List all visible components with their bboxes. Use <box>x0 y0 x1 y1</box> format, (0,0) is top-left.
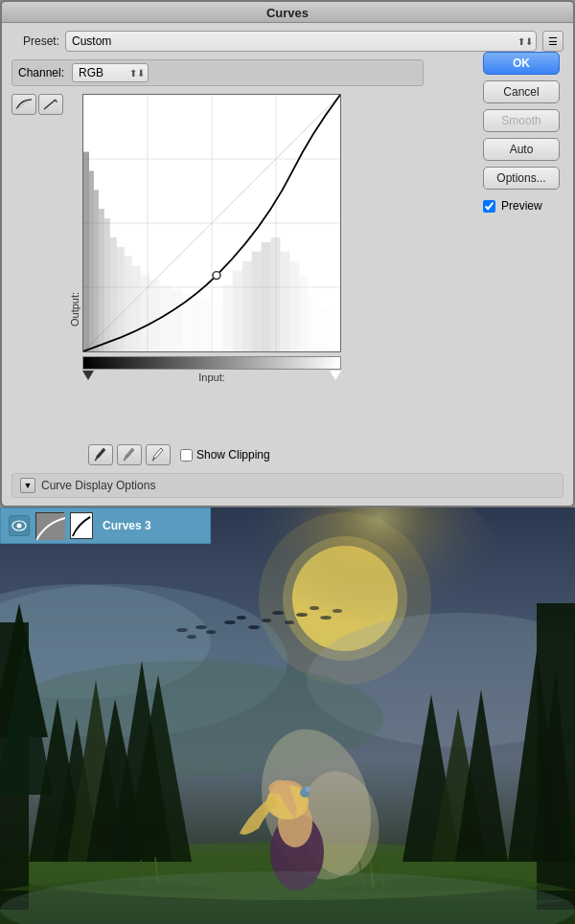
svg-rect-36 <box>299 276 309 351</box>
svg-rect-33 <box>271 237 281 351</box>
black-eyedropper-button[interactable] <box>88 444 113 465</box>
black-point-slider[interactable] <box>82 371 94 380</box>
eyedropper-tools-row: Show Clipping <box>88 444 564 465</box>
dialog-body: OK Cancel Smooth Auto Options... Preview… <box>2 23 573 506</box>
svg-rect-14 <box>94 190 99 351</box>
dialog-title-bar: Curves <box>2 2 573 23</box>
graph-wrapper: Input: <box>82 94 341 383</box>
svg-rect-30 <box>242 261 252 351</box>
list-icon-symbol: ☰ <box>548 35 558 48</box>
svg-rect-20 <box>132 266 141 351</box>
ok-button[interactable]: OK <box>483 52 560 75</box>
svg-point-73 <box>237 616 246 620</box>
layer-name-label: Curves 3 <box>99 517 155 534</box>
svg-point-40 <box>213 272 220 280</box>
svg-rect-16 <box>104 218 110 351</box>
svg-rect-15 <box>99 209 104 351</box>
layer-mask-thumbnail <box>70 512 93 539</box>
svg-rect-19 <box>125 257 132 351</box>
svg-point-94 <box>305 786 310 792</box>
svg-rect-32 <box>262 242 271 351</box>
white-eyedropper-button[interactable] <box>146 444 171 465</box>
curve-display-label: Curve Display Options <box>41 479 155 492</box>
tool-row <box>12 94 63 115</box>
curves-dialog: Curves OK Cancel Smooth Auto Options... … <box>0 0 575 507</box>
svg-line-41 <box>95 459 97 461</box>
output-label: Output: <box>69 180 80 439</box>
svg-point-77 <box>285 620 294 624</box>
options-button[interactable]: Options... <box>483 167 560 190</box>
svg-rect-34 <box>280 252 289 351</box>
channel-label: Channel: <box>18 66 64 79</box>
svg-point-83 <box>196 625 207 629</box>
svg-point-78 <box>296 613 308 617</box>
preset-wrapper: Custom ⬆⬇ <box>65 31 537 52</box>
svg-rect-27 <box>210 304 223 351</box>
curve-tool-button[interactable] <box>12 94 36 115</box>
layer-panel: Curves 3 <box>0 507 211 544</box>
svg-rect-29 <box>233 271 242 351</box>
svg-rect-17 <box>110 237 117 351</box>
curve-graph[interactable] <box>82 94 341 352</box>
pencil-tool-button[interactable] <box>38 94 63 115</box>
preview-checkbox[interactable] <box>483 200 495 213</box>
channel-row: Channel: RGB ⬆⬇ <box>12 59 424 86</box>
svg-point-84 <box>187 635 196 639</box>
svg-rect-13 <box>89 170 94 351</box>
curve-area: Output: <box>12 94 564 439</box>
svg-rect-37 <box>309 294 318 351</box>
show-clipping-checkbox[interactable] <box>180 449 193 462</box>
svg-line-42 <box>124 459 126 461</box>
layer-thumbnail <box>35 512 64 539</box>
svg-point-81 <box>333 609 342 613</box>
curve-tools <box>12 94 63 115</box>
preview-row: Preview <box>483 199 560 213</box>
white-point-slider[interactable] <box>330 371 341 380</box>
preview-label: Preview <box>501 199 542 213</box>
svg-rect-26 <box>196 299 210 351</box>
preset-row: Preset: Custom ⬆⬇ ☰ <box>12 31 564 52</box>
svg-line-1 <box>44 100 56 109</box>
auto-button[interactable]: Auto <box>483 138 560 161</box>
channel-select[interactable]: RGB <box>72 63 149 82</box>
svg-rect-39 <box>328 323 340 351</box>
svg-rect-28 <box>223 285 233 351</box>
svg-point-82 <box>206 630 216 634</box>
gray-eyedropper-button[interactable] <box>117 444 142 465</box>
svg-point-74 <box>248 625 260 629</box>
button-group: OK Cancel Smooth Auto Options... Preview <box>483 52 560 213</box>
curve-display-options: ▼ Curve Display Options <box>12 473 564 498</box>
input-label: Input: <box>82 372 341 383</box>
dialog-title: Curves <box>266 6 309 20</box>
svg-point-79 <box>310 606 319 610</box>
svg-rect-38 <box>318 308 328 351</box>
scene-svg <box>0 507 575 924</box>
layer-visibility-toggle[interactable] <box>9 515 30 536</box>
svg-rect-103 <box>36 513 65 540</box>
curve-options-toggle[interactable]: ▼ <box>20 478 35 493</box>
svg-rect-21 <box>141 276 150 351</box>
preset-select[interactable]: Custom <box>65 31 537 52</box>
show-clipping-label: Show Clipping <box>196 448 270 462</box>
triangle-down-icon: ▼ <box>24 481 33 490</box>
graph-svg <box>83 95 340 351</box>
svg-rect-12 <box>83 152 89 351</box>
list-icon-button[interactable]: ☰ <box>542 31 564 52</box>
svg-rect-24 <box>171 289 182 351</box>
svg-point-80 <box>320 616 332 620</box>
svg-point-85 <box>176 628 188 632</box>
svg-point-72 <box>224 620 236 624</box>
svg-point-102 <box>17 524 22 529</box>
preset-label: Preset: <box>12 34 59 48</box>
svg-rect-35 <box>289 261 299 351</box>
channel-select-wrap: RGB ⬆⬇ <box>72 63 149 82</box>
svg-line-43 <box>152 459 154 461</box>
cancel-button[interactable]: Cancel <box>483 80 560 103</box>
svg-rect-31 <box>252 252 262 351</box>
smooth-button[interactable]: Smooth <box>483 109 560 132</box>
gradient-bar-container <box>82 356 341 370</box>
input-gradient-bar <box>82 356 341 370</box>
svg-rect-22 <box>150 281 159 351</box>
svg-point-75 <box>262 619 271 622</box>
image-area: Curves 3 www.luotaoshuma.com 罗涛数码后期修图培训 <box>0 507 575 924</box>
